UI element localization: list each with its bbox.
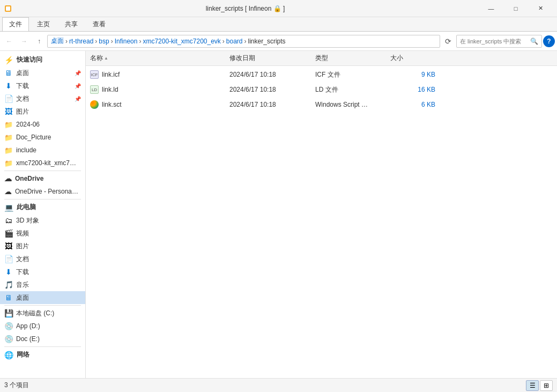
quick-access-icon: ⚡ [4, 56, 13, 64]
file-row-0[interactable]: ICF link.icf 2024/6/17 10:18 ICF 文件 9 KB [86, 67, 557, 82]
help-button[interactable]: ? [543, 35, 555, 47]
onedrive-header[interactable]: ☁ OneDrive [0, 172, 85, 185]
pictures-icon: 🖼 [4, 107, 13, 116]
pin-icon-1: 📌 [75, 83, 81, 89]
view-detail-button[interactable]: ☰ [526, 380, 539, 391]
sidebar-item-downloads[interactable]: ⬇ 下载 📌 [0, 79, 85, 92]
pin-icon-2: 📌 [75, 96, 81, 102]
sidebar-pc-pictures-label: 图片 [16, 242, 29, 251]
onedrive-icon: ☁ [4, 174, 12, 183]
file-cell-size-0: 9 KB [390, 71, 444, 78]
breadcrumb-sep-3: › [139, 38, 141, 45]
col-header-type[interactable]: 类型 [315, 54, 390, 63]
tab-view[interactable]: 查看 [86, 17, 113, 31]
sidebar-item-desktop[interactable]: 🖥 桌面 📌 [0, 66, 85, 79]
network-header[interactable]: 🌐 网络 [0, 348, 85, 361]
file-icon-icf: ICF [90, 70, 99, 79]
sidebar-3d-label: 3D 对象 [16, 216, 39, 225]
forward-button[interactable]: → [17, 34, 31, 48]
folder-icon-3: 📁 [4, 159, 13, 167]
minimize-button[interactable]: — [479, 0, 503, 17]
col-header-name[interactable]: 名称 ▲ [90, 54, 229, 63]
tab-file[interactable]: 文件 [2, 17, 29, 31]
tab-share[interactable]: 共享 [58, 17, 85, 31]
breadcrumb-kit[interactable]: xmc7200-kit_xmc7200_evk [143, 38, 220, 45]
col-header-size[interactable]: 大小 [390, 54, 444, 63]
sidebar-item-docpicture[interactable]: 📁 Doc_Picture [0, 131, 85, 144]
sidebar-pc-desktop-label: 桌面 [16, 293, 29, 302]
sidebar-drive-d-label: App (D:) [16, 322, 40, 330]
sidebar-item-drive-d[interactable]: 💿 App (D:) [0, 320, 85, 332]
file-area: 名称 ▲ 修改日期 类型 大小 ICF link.icf 2024/6/17 1… [86, 51, 557, 378]
onedrive-label: OneDrive [15, 175, 43, 182]
sidebar-item-3d[interactable]: 🗂 3D 对象 [0, 214, 85, 227]
file-name-2: link.sct [102, 101, 122, 108]
breadcrumb-rtthread[interactable]: rt-thread [69, 38, 93, 45]
pc-downloads-icon: ⬇ [4, 268, 13, 276]
sidebar-item-pictures[interactable]: 🖼 图片 [0, 105, 85, 118]
desktop-icon: 🖥 [4, 69, 13, 77]
search-bar[interactable]: 🔍 [456, 35, 542, 48]
folder-icon-0: 📁 [4, 120, 13, 129]
breadcrumb-infineon[interactable]: Infineon [115, 38, 138, 45]
search-icon: 🔍 [530, 38, 538, 45]
status-bar: 3 个项目 ☰ ⊞ [0, 378, 557, 392]
sidebar-video-label: 视频 [16, 229, 29, 238]
up-button[interactable]: ↑ [32, 34, 46, 48]
view-large-button[interactable]: ⊞ [540, 380, 553, 391]
sidebar-item-pc-documents[interactable]: 📄 文档 [0, 253, 85, 265]
back-button[interactable]: ← [2, 34, 16, 48]
sidebar-music-label: 音乐 [16, 280, 29, 290]
quick-access-label: 快速访问 [17, 55, 42, 64]
breadcrumb-desktop[interactable]: 桌面 [51, 36, 64, 46]
pc-docs-icon: 📄 [4, 255, 13, 263]
breadcrumb[interactable]: 桌面 › rt-thread › bsp › Infineon › xmc720… [47, 35, 440, 48]
svg-rect-1 [6, 6, 10, 11]
file-name-1: link.ld [102, 86, 118, 93]
onedrive-personal-header[interactable]: ☁ OneDrive - Persona… [0, 185, 85, 198]
status-count: 3 个项目 [4, 381, 29, 390]
breadcrumb-current: linker_scripts [248, 38, 286, 45]
drive-e-icon: 💿 [4, 335, 13, 343]
refresh-button[interactable]: ⟳ [441, 34, 455, 48]
folder-icon-1: 📁 [4, 133, 13, 142]
breadcrumb-board[interactable]: board [226, 38, 243, 45]
sidebar-item-pc-desktop[interactable]: 🖥 桌面 [0, 291, 85, 304]
thispc-label: 此电脑 [17, 203, 36, 212]
sidebar-item-drive-e[interactable]: 💿 Doc (E:) [0, 332, 85, 345]
sidebar-item-documents[interactable]: 📄 文档 📌 [0, 92, 85, 105]
sidebar-include-label: include [16, 146, 36, 154]
sidebar-item-2024[interactable]: 📁 2024-06 [0, 118, 85, 131]
sidebar-item-pc-downloads[interactable]: ⬇ 下载 [0, 265, 85, 278]
file-cell-size-2: 6 KB [390, 101, 444, 108]
breadcrumb-sep-5: › [244, 38, 247, 45]
file-icon-sct [90, 100, 99, 109]
breadcrumb-sep-2: › [111, 38, 113, 45]
sort-indicator: ▲ [104, 56, 108, 61]
breadcrumb-bsp[interactable]: bsp [99, 38, 109, 45]
file-cell-size-1: 16 KB [390, 86, 444, 93]
thispc-header[interactable]: 💻 此电脑 [0, 201, 85, 214]
col-header-date[interactable]: 修改日期 [229, 54, 315, 63]
sidebar: ⚡ 快速访问 🖥 桌面 📌 ⬇ 下载 📌 📄 文档 📌 🖼 图片 📁 2024-… [0, 51, 86, 378]
3d-icon: 🗂 [4, 216, 13, 225]
quick-access-header[interactable]: ⚡ 快速访问 [0, 53, 85, 66]
sidebar-item-drive-c[interactable]: 💾 本地磁盘 (C:) [0, 307, 85, 320]
network-label: 网络 [17, 350, 29, 359]
network-icon: 🌐 [4, 351, 13, 359]
sidebar-item-xmc[interactable]: 📁 xmc7200-kit_xmc7… [0, 157, 85, 169]
file-row-1[interactable]: LD link.ld 2024/6/17 10:18 LD 文件 16 KB [86, 82, 557, 97]
search-input[interactable] [460, 38, 528, 45]
tab-home[interactable]: 主页 [30, 17, 57, 31]
sidebar-item-pc-pictures[interactable]: 🖼 图片 [0, 240, 85, 253]
maximize-button[interactable]: □ [503, 0, 528, 17]
sidebar-item-include[interactable]: 📁 include [0, 144, 85, 157]
main-content: ⚡ 快速访问 🖥 桌面 📌 ⬇ 下载 📌 📄 文档 📌 🖼 图片 📁 2024-… [0, 51, 557, 378]
sidebar-pictures-label: 图片 [16, 107, 29, 116]
drive-c-icon: 💾 [4, 309, 13, 317]
close-button[interactable]: ✕ [528, 0, 553, 17]
sidebar-item-video[interactable]: 🎬 视频 [0, 227, 85, 240]
file-row-2[interactable]: link.sct 2024/6/17 10:18 Windows Script … [86, 97, 557, 112]
ribbon: 文件 主页 共享 查看 [0, 17, 557, 32]
sidebar-item-music[interactable]: 🎵 音乐 [0, 278, 85, 291]
